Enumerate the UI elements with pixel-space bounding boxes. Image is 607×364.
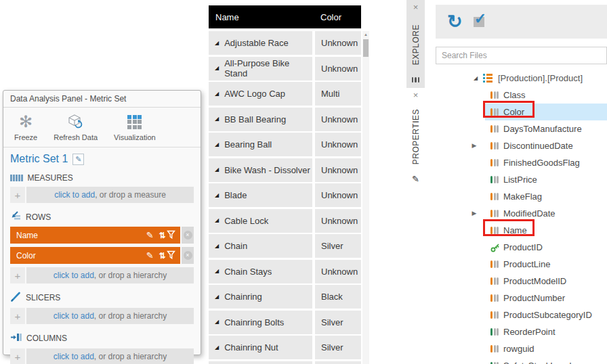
measures-dropzone[interactable]: + click to add, or drop a measure: [10, 187, 194, 203]
refresh-icon[interactable]: ↻: [447, 13, 463, 31]
tree-item-safetystocklevel[interactable]: SafetyStockLevel: [425, 357, 607, 364]
table-row[interactable]: ◢AWC Logo CapMulti: [209, 82, 362, 106]
collapse-triangle-icon[interactable]: ◢: [215, 142, 219, 147]
name-cell[interactable]: ◢Cable Lock: [209, 209, 312, 233]
color-cell[interactable]: Unknown: [315, 260, 361, 283]
table-row[interactable]: ◢Adjustable RaceUnknown: [209, 31, 362, 55]
click-to-add-row-link[interactable]: click to add: [54, 271, 94, 280]
table-row[interactable]: [209, 361, 362, 364]
color-cell[interactable]: Black: [315, 285, 361, 309]
collapse-triangle-icon[interactable]: ◢: [215, 66, 219, 71]
tree-item-discontinueddate[interactable]: ▶DiscontinuedDate: [425, 137, 607, 154]
color-cell[interactable]: Unknown: [315, 133, 361, 156]
add-column-hierarchy-icon[interactable]: +: [10, 348, 26, 364]
color-cell[interactable]: Unknown: [315, 31, 361, 55]
edit-metric-set-icon[interactable]: ✎: [72, 154, 84, 165]
collapse-triangle-icon[interactable]: ◢: [215, 41, 219, 46]
color-cell[interactable]: Multi: [315, 82, 361, 106]
collapse-triangle-icon[interactable]: ◢: [215, 116, 219, 122]
tree-item-productsubcategoryid[interactable]: ProductSubcategoryID: [425, 306, 607, 323]
close-explore-icon[interactable]: ×: [413, 3, 419, 12]
rows-dropzone[interactable]: + click to add, or drop a hierarchy: [10, 267, 194, 283]
color-cell[interactable]: Unknown: [315, 108, 361, 131]
click-to-add-measure-link[interactable]: click to add: [54, 190, 95, 200]
remove-field-button[interactable]: ×: [182, 227, 194, 244]
edit-field-icon[interactable]: ✎: [146, 251, 154, 260]
table-row[interactable]: ◢Bike Wash - DissolverUnknown: [209, 158, 362, 182]
row-field-pill[interactable]: Name✎⇅: [10, 227, 180, 244]
expanded-arrow-icon[interactable]: ◢: [472, 75, 480, 81]
name-cell[interactable]: ◢Chainring: [209, 285, 312, 309]
table-row[interactable]: ◢Bearing BallUnknown: [209, 133, 362, 156]
table-row[interactable]: ◢ChainringBlack: [209, 285, 362, 309]
collapsed-arrow-icon[interactable]: ▶: [470, 143, 478, 149]
collapse-triangle-icon[interactable]: ◢: [215, 244, 219, 249]
name-cell[interactable]: ◢All-Purpose Bike Stand: [209, 57, 312, 81]
remove-field-icon[interactable]: ×: [184, 251, 192, 260]
tree-item-productnumber[interactable]: ProductNumber: [425, 290, 607, 306]
column-header-color[interactable]: Color: [315, 12, 341, 22]
tree-item-productline[interactable]: ProductLine: [425, 256, 607, 273]
color-cell[interactable]: Silver: [315, 311, 361, 334]
table-row[interactable]: ◢Chainring BoltsSilver: [209, 311, 362, 334]
color-cell[interactable]: Unknown: [315, 183, 361, 207]
click-to-add-slicer-link[interactable]: click to add: [54, 311, 94, 321]
tree-root-node[interactable]: ◢[Production].[Product]: [425, 70, 607, 87]
add-slicer-icon[interactable]: +: [10, 308, 26, 324]
tree-item-daystomanufacture[interactable]: DaysToManufacture: [425, 120, 607, 137]
scroll-up-icon[interactable]: ▲: [362, 32, 369, 37]
tree-item-productmodelid[interactable]: ProductModelID: [425, 273, 607, 290]
name-cell[interactable]: [209, 361, 312, 364]
name-cell[interactable]: ◢AWC Logo Cap: [209, 82, 312, 106]
color-cell[interactable]: Silver: [315, 234, 361, 258]
column-header-name[interactable]: Name: [209, 12, 315, 22]
add-row-hierarchy-icon[interactable]: +: [10, 267, 26, 283]
freeze-button[interactable]: ✻ Freeze: [14, 113, 37, 141]
refresh-data-button[interactable]: Refresh Data: [54, 113, 98, 141]
collapse-triangle-icon[interactable]: ◢: [215, 91, 219, 97]
table-row[interactable]: ◢All-Purpose Bike StandUnknown: [209, 57, 362, 81]
table-scrollbar[interactable]: ▲: [362, 31, 369, 364]
color-cell[interactable]: Silver: [315, 336, 361, 359]
remove-field-button[interactable]: ×: [182, 247, 194, 264]
name-cell[interactable]: ◢Chain: [209, 234, 312, 258]
name-cell[interactable]: ◢BB Ball Bearing: [209, 108, 312, 131]
table-row[interactable]: ◢Chain StaysUnknown: [209, 260, 362, 283]
collapse-triangle-icon[interactable]: ◢: [215, 294, 219, 300]
name-cell[interactable]: ◢Bearing Ball: [209, 133, 312, 156]
sort-filter-icon[interactable]: ⇅: [159, 230, 175, 240]
tree-item-color[interactable]: Color: [425, 104, 607, 120]
name-cell[interactable]: ◢Bike Wash - Dissolver: [209, 158, 312, 182]
click-to-add-column-link[interactable]: click to add: [54, 352, 94, 361]
table-row[interactable]: ◢BladeUnknown: [209, 183, 362, 207]
collapse-triangle-icon[interactable]: ◢: [215, 218, 219, 223]
tab-explore[interactable]: × EXPLORE: [406, 0, 425, 88]
table-row[interactable]: ◢ChainSilver: [209, 234, 362, 258]
tree-item-listprice[interactable]: ListPrice: [425, 171, 607, 188]
name-cell[interactable]: ◢Adjustable Race: [209, 31, 312, 55]
collapse-triangle-icon[interactable]: ◢: [215, 167, 219, 173]
scrollbar-thumb[interactable]: [363, 39, 369, 57]
visualization-button[interactable]: Visualization: [114, 113, 156, 141]
table-row[interactable]: ◢Cable LockUnknown: [209, 209, 362, 233]
add-measure-icon[interactable]: +: [10, 187, 26, 203]
tree-item-productid[interactable]: ProductID: [425, 239, 607, 256]
color-cell[interactable]: Unknown: [315, 209, 361, 233]
color-cell[interactable]: Unknown: [315, 158, 361, 182]
columns-dropzone[interactable]: + click to add, or drop a hierarchy: [10, 348, 194, 364]
table-row[interactable]: ◢Chainring NutSilver: [209, 336, 362, 359]
sort-filter-icon[interactable]: ⇅: [159, 250, 175, 260]
tree-item-reorderpoint[interactable]: ReorderPoint: [425, 323, 607, 340]
name-cell[interactable]: ◢Blade: [209, 183, 312, 207]
collapse-triangle-icon[interactable]: ◢: [215, 193, 219, 198]
name-cell[interactable]: ◢Chainring Bolts: [209, 311, 312, 334]
slicers-dropzone[interactable]: + click to add, or drop a hierarchy: [10, 308, 194, 324]
collapse-triangle-icon[interactable]: ◢: [215, 345, 219, 350]
tree-item-makeflag[interactable]: MakeFlag: [425, 188, 607, 205]
table-row[interactable]: ◢BB Ball BearingUnknown: [209, 108, 362, 131]
tree-item-rowguid[interactable]: rowguid: [425, 340, 607, 357]
checkout-icon[interactable]: ✓: [474, 17, 484, 27]
name-cell[interactable]: ◢Chainring Nut: [209, 336, 312, 359]
tab-properties[interactable]: × PROPERTIES ✎: [406, 88, 425, 189]
edit-field-icon[interactable]: ✎: [146, 231, 154, 240]
